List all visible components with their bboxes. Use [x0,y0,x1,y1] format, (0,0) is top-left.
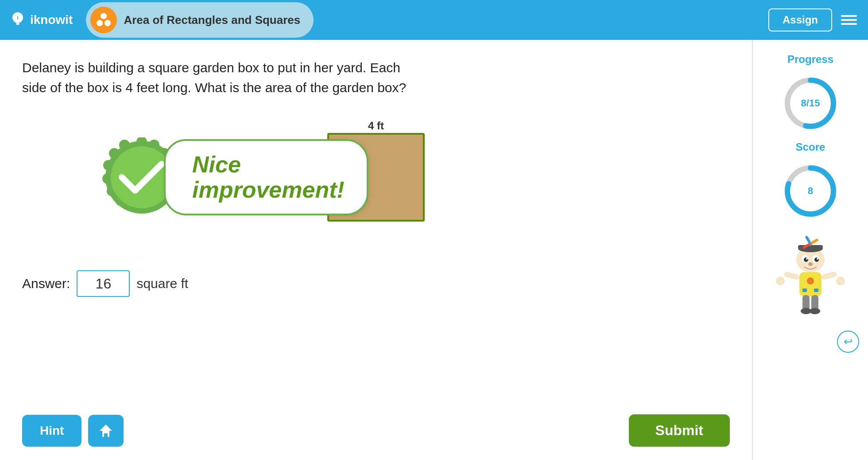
svg-rect-34 [805,235,811,244]
mascot-area [771,233,850,322]
svg-point-5 [97,20,103,26]
svg-point-49 [776,277,785,285]
back-button[interactable]: ↩ [837,331,859,353]
home-button[interactable] [88,415,124,447]
lesson-pill: Area of Rectangles and Squares [86,2,314,38]
svg-text:i: i [17,15,18,21]
menu-button[interactable] [839,13,859,27]
answer-row: Answer: square ft [22,270,730,297]
svg-point-41 [817,258,818,260]
progress-circle: 8/15 [782,74,839,132]
menu-line-3 [841,23,857,25]
lesson-icon [90,7,117,33]
svg-point-6 [105,20,111,26]
svg-rect-47 [783,271,800,281]
question-text: Delaney is building a square garden box … [22,58,421,97]
svg-point-50 [836,277,845,285]
svg-point-22 [119,140,130,150]
feedback-overlay: Nice improvement! [102,137,368,217]
svg-point-38 [804,257,808,262]
svg-point-4 [101,13,107,19]
svg-point-44 [807,277,814,285]
dimension-label: 4 ft [368,120,384,132]
mascot-icon [771,233,850,322]
assign-button[interactable]: Assign [768,8,832,31]
diagram-area: 4 ft [22,111,730,253]
score-title: Score [796,141,825,153]
answer-input[interactable] [77,270,130,297]
feedback-text: Nice improvement! [192,152,345,203]
lesson-icon-svg [93,10,114,30]
bottom-bar: Hint Submit [22,414,730,447]
back-icon: ↩ [844,335,852,348]
lesson-title: Area of Rectangles and Squares [124,13,300,27]
menu-line-1 [841,15,857,17]
score-circle: 8 [782,162,839,220]
svg-marker-24 [100,425,112,437]
feedback-banner: Nice improvement! [164,139,368,215]
score-value: 8 [808,185,813,197]
header: i iknowit Area of Rectangles and Squares… [0,0,868,40]
submit-button[interactable]: Submit [629,414,730,447]
home-icon [98,423,114,439]
menu-line-2 [841,19,857,21]
svg-rect-48 [821,271,837,281]
svg-rect-46 [814,288,818,292]
logo-text: iknowit [30,13,73,27]
logo-area: i iknowit [9,11,73,29]
content-area: Delaney is building a square garden box … [0,40,753,460]
main-container: Delaney is building a square garden box … [0,40,868,460]
header-right: Assign [768,8,859,31]
left-buttons: Hint [22,415,124,447]
answer-label: Answer: [22,276,70,291]
svg-rect-35 [810,238,819,244]
svg-rect-3 [16,24,19,25]
svg-point-54 [810,308,820,314]
progress-title: Progress [787,53,833,66]
hint-button[interactable]: Hint [22,415,81,447]
answer-unit: square ft [136,276,188,291]
svg-point-40 [806,258,808,260]
svg-rect-2 [16,23,19,24]
progress-value: 8/15 [801,97,820,109]
svg-point-21 [109,148,120,159]
sidebar: Progress 8/15 Score 8 [753,40,868,460]
logo-icon: i [9,11,27,29]
svg-rect-45 [802,288,807,292]
svg-point-39 [814,257,819,262]
svg-point-42 [808,262,813,266]
